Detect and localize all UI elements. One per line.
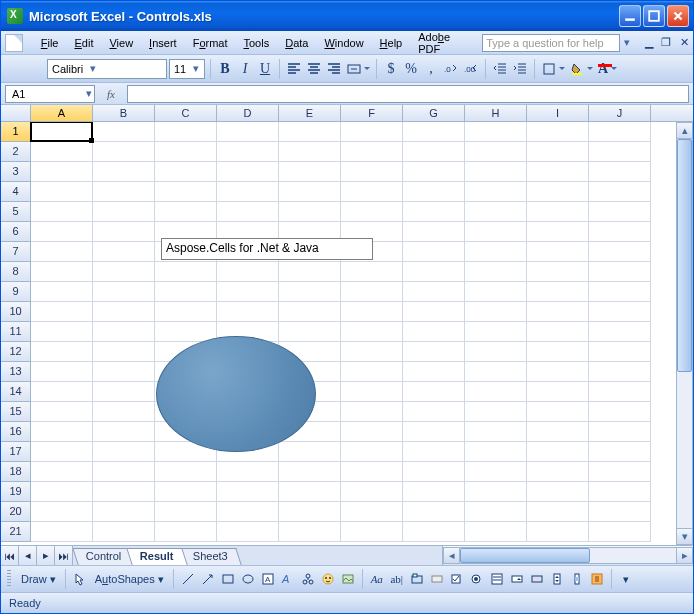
cell[interactable] xyxy=(93,402,155,422)
label-control-button[interactable]: Aa xyxy=(368,569,386,589)
cell[interactable] xyxy=(155,202,217,222)
sheet-tab[interactable]: Result xyxy=(127,548,188,565)
cell[interactable] xyxy=(341,182,403,202)
toolbar-options-button[interactable]: ▾ xyxy=(617,569,635,589)
cell[interactable] xyxy=(93,202,155,222)
cell[interactable] xyxy=(279,442,341,462)
cell[interactable] xyxy=(279,482,341,502)
cell[interactable] xyxy=(279,162,341,182)
row-header[interactable]: 1 xyxy=(1,122,31,142)
cell[interactable] xyxy=(279,462,341,482)
cell[interactable] xyxy=(93,282,155,302)
cell[interactable] xyxy=(589,362,651,382)
autoshapes-menu[interactable]: AutoShapes ▾ xyxy=(91,573,168,586)
cell[interactable] xyxy=(403,182,465,202)
decrease-decimal-button[interactable]: .00 xyxy=(462,59,480,79)
cell[interactable] xyxy=(527,482,589,502)
percent-button[interactable]: % xyxy=(402,59,420,79)
formula-input[interactable] xyxy=(127,85,689,103)
cell[interactable] xyxy=(465,322,527,342)
cell[interactable] xyxy=(93,242,155,262)
cell[interactable] xyxy=(31,282,93,302)
row-header[interactable]: 2 xyxy=(1,142,31,162)
row-header[interactable]: 17 xyxy=(1,442,31,462)
cell[interactable] xyxy=(341,522,403,542)
cell[interactable] xyxy=(465,462,527,482)
cell[interactable] xyxy=(403,142,465,162)
cell[interactable] xyxy=(403,202,465,222)
scroll-down-button[interactable]: ▾ xyxy=(676,528,693,545)
oval-tool-button[interactable] xyxy=(239,569,257,589)
cell[interactable] xyxy=(31,502,93,522)
cell[interactable] xyxy=(93,362,155,382)
insert-diagram-button[interactable] xyxy=(299,569,317,589)
cell[interactable] xyxy=(155,262,217,282)
comma-style-button[interactable]: , xyxy=(422,59,440,79)
cell[interactable] xyxy=(465,282,527,302)
cell[interactable] xyxy=(31,182,93,202)
font-family-combo[interactable]: Calibri ▾ xyxy=(47,59,167,79)
cell[interactable] xyxy=(403,442,465,462)
cell[interactable] xyxy=(341,282,403,302)
cell[interactable] xyxy=(403,342,465,362)
cell[interactable] xyxy=(279,502,341,522)
bold-button[interactable]: B xyxy=(216,59,234,79)
cell[interactable] xyxy=(527,442,589,462)
horizontal-scrollbar[interactable]: ◂ ▸ xyxy=(443,546,693,565)
cell[interactable] xyxy=(31,262,93,282)
cell[interactable] xyxy=(341,202,403,222)
sheet-tab[interactable]: Control xyxy=(73,548,135,565)
workbook-restore-button[interactable]: ❐ xyxy=(659,36,675,50)
cell[interactable] xyxy=(93,142,155,162)
cell[interactable] xyxy=(93,302,155,322)
textbox-shape[interactable]: Aspose.Cells for .Net & Java xyxy=(161,238,373,260)
cell[interactable] xyxy=(465,302,527,322)
cell[interactable] xyxy=(341,382,403,402)
cell[interactable] xyxy=(403,162,465,182)
cell[interactable] xyxy=(31,442,93,462)
cell[interactable] xyxy=(31,522,93,542)
row-header[interactable]: 14 xyxy=(1,382,31,402)
spinner-control-button[interactable] xyxy=(548,569,566,589)
insert-picture-button[interactable] xyxy=(339,569,357,589)
font-color-button[interactable]: A xyxy=(596,59,618,79)
button-control-button[interactable] xyxy=(428,569,446,589)
cell[interactable] xyxy=(93,122,155,142)
cell[interactable] xyxy=(217,482,279,502)
cell[interactable] xyxy=(403,302,465,322)
cell[interactable] xyxy=(589,122,651,142)
cell[interactable] xyxy=(465,442,527,462)
cell[interactable] xyxy=(93,182,155,202)
cell[interactable] xyxy=(217,502,279,522)
cell[interactable] xyxy=(93,482,155,502)
row-header[interactable]: 6 xyxy=(1,222,31,242)
cell[interactable] xyxy=(155,522,217,542)
cell[interactable] xyxy=(341,422,403,442)
cell[interactable] xyxy=(279,182,341,202)
cell[interactable] xyxy=(403,502,465,522)
row-header[interactable]: 18 xyxy=(1,462,31,482)
row-header[interactable]: 5 xyxy=(1,202,31,222)
cell[interactable] xyxy=(31,202,93,222)
help-search-dropdown-icon[interactable]: ▾ xyxy=(624,36,634,49)
borders-button[interactable] xyxy=(540,59,566,79)
cell[interactable] xyxy=(589,262,651,282)
column-header[interactable]: E xyxy=(279,105,341,121)
cell[interactable] xyxy=(155,182,217,202)
row-header[interactable]: 21 xyxy=(1,522,31,542)
cell[interactable] xyxy=(31,462,93,482)
vertical-scrollbar[interactable]: ▴ ▾ xyxy=(676,122,693,545)
cell[interactable] xyxy=(217,522,279,542)
combobox-control-button[interactable] xyxy=(508,569,526,589)
cell[interactable] xyxy=(527,322,589,342)
cell[interactable] xyxy=(279,522,341,542)
cell[interactable] xyxy=(93,262,155,282)
cell[interactable] xyxy=(403,362,465,382)
cell[interactable] xyxy=(93,442,155,462)
workbook-icon[interactable] xyxy=(5,34,23,52)
cell[interactable] xyxy=(279,262,341,282)
cell[interactable] xyxy=(589,442,651,462)
workbook-minimize-button[interactable]: ▁ xyxy=(641,36,657,50)
cell[interactable] xyxy=(155,302,217,322)
cell[interactable] xyxy=(341,442,403,462)
